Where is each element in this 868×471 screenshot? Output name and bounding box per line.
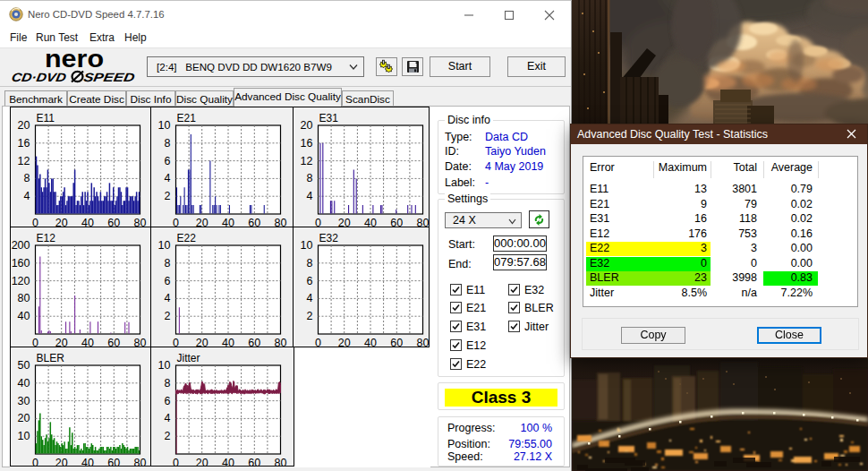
svg-text:10: 10 (158, 119, 171, 132)
svg-text:8: 8 (307, 172, 313, 184)
svg-text:120: 120 (12, 275, 30, 287)
svg-text:60: 60 (390, 337, 403, 349)
svg-text:20: 20 (18, 119, 30, 132)
svg-text:4: 4 (24, 190, 30, 202)
svg-text:8: 8 (165, 377, 171, 390)
svg-text:4: 4 (165, 292, 171, 304)
svg-text:6: 6 (307, 275, 313, 287)
svg-text:10: 10 (158, 239, 171, 252)
svg-text:16: 16 (18, 137, 30, 150)
svg-text:50: 50 (18, 359, 30, 372)
svg-text:60: 60 (248, 457, 260, 468)
svg-text:80: 80 (417, 337, 430, 349)
svg-text:E12: E12 (37, 232, 56, 244)
svg-text:16: 16 (301, 137, 313, 150)
svg-text:BLER: BLER (37, 352, 65, 364)
svg-text:6: 6 (165, 155, 171, 167)
svg-text:Jitter: Jitter (177, 352, 200, 364)
svg-text:4: 4 (307, 292, 313, 304)
svg-text:E11: E11 (37, 112, 55, 124)
svg-text:160: 160 (12, 257, 30, 270)
svg-text:20: 20 (55, 457, 68, 468)
svg-text:6: 6 (165, 395, 171, 407)
svg-text:10: 10 (158, 359, 171, 372)
svg-text:0: 0 (32, 457, 38, 468)
svg-text:12: 12 (18, 155, 30, 167)
svg-text:60: 60 (107, 457, 120, 468)
svg-text:40: 40 (81, 457, 94, 468)
svg-text:80: 80 (275, 457, 287, 468)
svg-text:E22: E22 (177, 232, 197, 244)
svg-text:80: 80 (134, 457, 147, 468)
svg-text:CD·DVD: CD·DVD (11, 71, 68, 84)
svg-text:E31: E31 (319, 112, 339, 124)
svg-text:SPEED: SPEED (82, 71, 136, 84)
svg-text:12: 12 (301, 155, 313, 167)
svg-text:4: 4 (165, 172, 171, 184)
svg-text:20: 20 (18, 412, 30, 424)
svg-text:0: 0 (315, 337, 321, 349)
svg-text:6: 6 (165, 275, 171, 287)
svg-text:2: 2 (165, 310, 171, 322)
svg-text:8: 8 (24, 172, 30, 184)
svg-text:8: 8 (307, 257, 313, 270)
svg-text:40: 40 (18, 310, 30, 322)
svg-text:20: 20 (338, 337, 351, 349)
svg-text:30: 30 (18, 395, 30, 407)
svg-text:0: 0 (173, 457, 179, 468)
svg-text:10: 10 (301, 239, 313, 252)
svg-text:2: 2 (165, 190, 171, 202)
svg-text:2: 2 (165, 430, 171, 442)
svg-text:4: 4 (307, 190, 313, 202)
svg-text:40: 40 (18, 377, 30, 390)
svg-text:E21: E21 (177, 112, 197, 124)
svg-text:200: 200 (12, 239, 30, 252)
svg-text:40: 40 (222, 457, 234, 468)
svg-text:20: 20 (196, 457, 208, 468)
svg-text:nero: nero (45, 49, 104, 73)
svg-text:8: 8 (165, 137, 171, 150)
svg-text:2: 2 (307, 310, 313, 322)
svg-text:10: 10 (18, 430, 30, 442)
svg-text:40: 40 (364, 337, 377, 349)
svg-text:4: 4 (165, 412, 171, 424)
svg-text:E32: E32 (319, 232, 339, 244)
svg-text:8: 8 (165, 257, 171, 270)
svg-text:20: 20 (301, 119, 313, 132)
svg-text:80: 80 (18, 292, 30, 304)
